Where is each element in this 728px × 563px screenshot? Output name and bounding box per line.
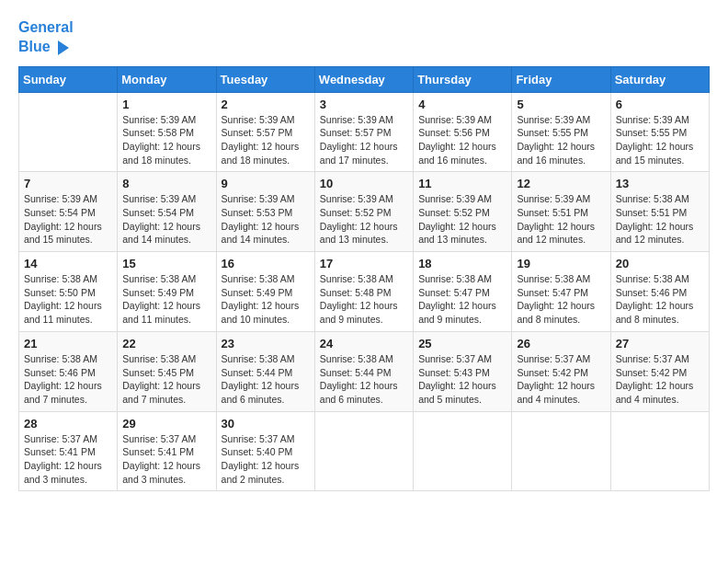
day-info: Sunrise: 5:39 AM Sunset: 5:55 PM Dayligh… bbox=[616, 113, 704, 167]
day-info: Sunrise: 5:38 AM Sunset: 5:47 PM Dayligh… bbox=[418, 272, 506, 327]
day-info: Sunrise: 5:39 AM Sunset: 5:53 PM Dayligh… bbox=[222, 192, 310, 247]
day-number: 20 bbox=[616, 257, 704, 270]
calendar-day-cell: 19Sunrise: 5:38 AM Sunset: 5:47 PM Dayli… bbox=[512, 252, 610, 332]
day-number: 4 bbox=[418, 98, 506, 111]
calendar-day-cell: 8Sunrise: 5:39 AM Sunset: 5:54 PM Daylig… bbox=[118, 172, 216, 252]
day-number: 21 bbox=[24, 337, 112, 350]
day-info: Sunrise: 5:37 AM Sunset: 5:42 PM Dayligh… bbox=[616, 352, 704, 407]
calendar-day-cell: 15Sunrise: 5:38 AM Sunset: 5:49 PM Dayli… bbox=[118, 252, 216, 332]
day-info: Sunrise: 5:38 AM Sunset: 5:46 PM Dayligh… bbox=[24, 352, 112, 407]
day-number: 26 bbox=[517, 337, 605, 350]
day-info: Sunrise: 5:38 AM Sunset: 5:46 PM Dayligh… bbox=[616, 272, 704, 327]
weekday-header: Friday bbox=[512, 66, 610, 92]
day-number: 29 bbox=[122, 417, 210, 431]
day-number: 7 bbox=[24, 177, 112, 190]
day-number: 19 bbox=[517, 257, 605, 270]
day-number: 22 bbox=[122, 337, 210, 350]
day-info: Sunrise: 5:38 AM Sunset: 5:51 PM Dayligh… bbox=[616, 192, 704, 247]
logo-text: GeneralBlue bbox=[18, 18, 74, 57]
day-info: Sunrise: 5:38 AM Sunset: 5:50 PM Dayligh… bbox=[24, 272, 112, 327]
calendar-day-cell: 29Sunrise: 5:37 AM Sunset: 5:41 PM Dayli… bbox=[118, 411, 216, 491]
day-number: 14 bbox=[24, 257, 112, 270]
day-info: Sunrise: 5:39 AM Sunset: 5:55 PM Dayligh… bbox=[517, 113, 605, 167]
calendar-day-cell: 25Sunrise: 5:37 AM Sunset: 5:43 PM Dayli… bbox=[414, 331, 512, 411]
calendar-day-cell: 1Sunrise: 5:39 AM Sunset: 5:58 PM Daylig… bbox=[118, 92, 216, 172]
day-number: 10 bbox=[320, 177, 408, 190]
calendar-day-cell: 10Sunrise: 5:39 AM Sunset: 5:52 PM Dayli… bbox=[314, 172, 413, 252]
calendar-day-cell bbox=[610, 411, 709, 491]
day-number: 2 bbox=[222, 98, 310, 111]
day-info: Sunrise: 5:37 AM Sunset: 5:40 PM Dayligh… bbox=[222, 432, 310, 487]
day-number: 23 bbox=[222, 337, 310, 350]
calendar-day-cell: 9Sunrise: 5:39 AM Sunset: 5:53 PM Daylig… bbox=[216, 172, 314, 252]
calendar-day-cell: 17Sunrise: 5:38 AM Sunset: 5:48 PM Dayli… bbox=[314, 252, 413, 332]
calendar-day-cell bbox=[314, 411, 413, 491]
day-info: Sunrise: 5:39 AM Sunset: 5:57 PM Dayligh… bbox=[222, 113, 310, 167]
calendar-day-cell bbox=[512, 411, 610, 491]
day-number: 11 bbox=[418, 177, 506, 190]
calendar-day-cell: 5Sunrise: 5:39 AM Sunset: 5:55 PM Daylig… bbox=[512, 92, 610, 172]
calendar-week-row: 21Sunrise: 5:38 AM Sunset: 5:46 PM Dayli… bbox=[19, 331, 710, 411]
day-number: 28 bbox=[24, 417, 112, 431]
weekday-header: Tuesday bbox=[216, 66, 314, 92]
weekday-header: Thursday bbox=[414, 66, 512, 92]
calendar-week-row: 1Sunrise: 5:39 AM Sunset: 5:58 PM Daylig… bbox=[19, 92, 710, 172]
day-number: 12 bbox=[517, 177, 605, 190]
day-info: Sunrise: 5:39 AM Sunset: 5:52 PM Dayligh… bbox=[418, 192, 506, 247]
day-info: Sunrise: 5:38 AM Sunset: 5:48 PM Dayligh… bbox=[320, 272, 408, 327]
calendar-day-cell: 27Sunrise: 5:37 AM Sunset: 5:42 PM Dayli… bbox=[610, 331, 709, 411]
day-number: 18 bbox=[418, 257, 506, 270]
calendar-day-cell: 4Sunrise: 5:39 AM Sunset: 5:56 PM Daylig… bbox=[414, 92, 512, 172]
day-number: 27 bbox=[616, 337, 704, 350]
day-number: 16 bbox=[222, 257, 310, 270]
calendar-day-cell: 2Sunrise: 5:39 AM Sunset: 5:57 PM Daylig… bbox=[216, 92, 314, 172]
calendar-week-row: 28Sunrise: 5:37 AM Sunset: 5:41 PM Dayli… bbox=[19, 411, 710, 491]
calendar-day-cell bbox=[19, 92, 118, 172]
day-info: Sunrise: 5:37 AM Sunset: 5:41 PM Dayligh… bbox=[24, 432, 112, 487]
day-number: 6 bbox=[616, 98, 704, 111]
day-number: 25 bbox=[418, 337, 506, 350]
calendar-day-cell: 30Sunrise: 5:37 AM Sunset: 5:40 PM Dayli… bbox=[216, 411, 314, 491]
calendar-day-cell: 26Sunrise: 5:37 AM Sunset: 5:42 PM Dayli… bbox=[512, 331, 610, 411]
day-info: Sunrise: 5:37 AM Sunset: 5:42 PM Dayligh… bbox=[517, 352, 605, 407]
day-info: Sunrise: 5:38 AM Sunset: 5:44 PM Dayligh… bbox=[222, 352, 310, 407]
day-number: 24 bbox=[320, 337, 408, 350]
calendar-header-row: SundayMondayTuesdayWednesdayThursdayFrid… bbox=[19, 66, 710, 92]
day-number: 9 bbox=[222, 177, 310, 190]
day-info: Sunrise: 5:38 AM Sunset: 5:49 PM Dayligh… bbox=[222, 272, 310, 327]
day-number: 3 bbox=[320, 98, 408, 111]
calendar-week-row: 7Sunrise: 5:39 AM Sunset: 5:54 PM Daylig… bbox=[19, 172, 710, 252]
day-info: Sunrise: 5:39 AM Sunset: 5:51 PM Dayligh… bbox=[517, 192, 605, 247]
day-number: 17 bbox=[320, 257, 408, 270]
day-info: Sunrise: 5:39 AM Sunset: 5:52 PM Dayligh… bbox=[320, 192, 408, 247]
day-info: Sunrise: 5:39 AM Sunset: 5:54 PM Dayligh… bbox=[24, 192, 112, 247]
day-info: Sunrise: 5:38 AM Sunset: 5:47 PM Dayligh… bbox=[517, 272, 605, 327]
calendar-day-cell: 20Sunrise: 5:38 AM Sunset: 5:46 PM Dayli… bbox=[610, 252, 709, 332]
calendar-week-row: 14Sunrise: 5:38 AM Sunset: 5:50 PM Dayli… bbox=[19, 252, 710, 332]
calendar-day-cell: 22Sunrise: 5:38 AM Sunset: 5:45 PM Dayli… bbox=[118, 331, 216, 411]
calendar-table: SundayMondayTuesdayWednesdayThursdayFrid… bbox=[18, 66, 710, 492]
calendar-day-cell: 18Sunrise: 5:38 AM Sunset: 5:47 PM Dayli… bbox=[414, 252, 512, 332]
day-number: 8 bbox=[122, 177, 210, 190]
day-number: 5 bbox=[517, 98, 605, 111]
logo: GeneralBlue bbox=[18, 18, 74, 57]
calendar-day-cell: 13Sunrise: 5:38 AM Sunset: 5:51 PM Dayli… bbox=[610, 172, 709, 252]
day-number: 1 bbox=[122, 98, 210, 111]
day-number: 15 bbox=[122, 257, 210, 270]
day-number: 30 bbox=[222, 417, 310, 431]
calendar-day-cell: 24Sunrise: 5:38 AM Sunset: 5:44 PM Dayli… bbox=[314, 331, 413, 411]
weekday-header: Wednesday bbox=[314, 66, 413, 92]
weekday-header: Monday bbox=[118, 66, 216, 92]
calendar-day-cell: 7Sunrise: 5:39 AM Sunset: 5:54 PM Daylig… bbox=[19, 172, 118, 252]
weekday-header: Saturday bbox=[610, 66, 709, 92]
calendar-day-cell: 11Sunrise: 5:39 AM Sunset: 5:52 PM Dayli… bbox=[414, 172, 512, 252]
day-info: Sunrise: 5:38 AM Sunset: 5:45 PM Dayligh… bbox=[122, 352, 210, 407]
calendar-day-cell: 21Sunrise: 5:38 AM Sunset: 5:46 PM Dayli… bbox=[19, 331, 118, 411]
calendar-day-cell: 23Sunrise: 5:38 AM Sunset: 5:44 PM Dayli… bbox=[216, 331, 314, 411]
day-info: Sunrise: 5:39 AM Sunset: 5:56 PM Dayligh… bbox=[418, 113, 506, 167]
weekday-header: Sunday bbox=[19, 66, 118, 92]
day-info: Sunrise: 5:37 AM Sunset: 5:43 PM Dayligh… bbox=[418, 352, 506, 407]
calendar-day-cell: 12Sunrise: 5:39 AM Sunset: 5:51 PM Dayli… bbox=[512, 172, 610, 252]
calendar-day-cell bbox=[414, 411, 512, 491]
page-header: GeneralBlue bbox=[18, 18, 710, 57]
